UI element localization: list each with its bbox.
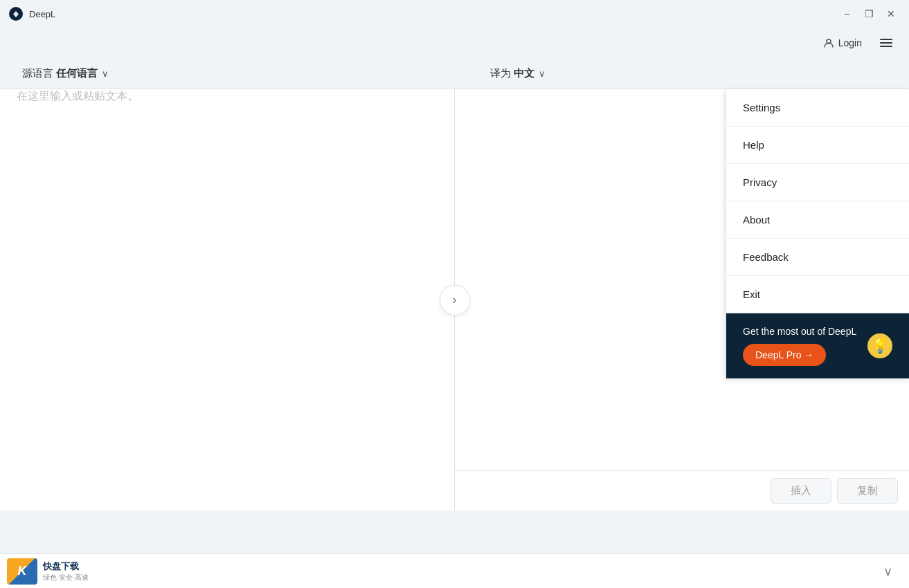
- watermark-tagline: 绿色·安全·高速: [43, 573, 89, 582]
- menu-item-help[interactable]: Help: [726, 127, 909, 164]
- window-controls: − ❐ ✕: [837, 4, 901, 24]
- target-lang-chevron-icon: ∨: [539, 68, 546, 79]
- source-lang-prefix: 源语言: [22, 67, 53, 80]
- maximize-button[interactable]: ❐: [859, 4, 879, 24]
- menu-item-settings-label: Settings: [743, 102, 780, 113]
- language-bar: 源语言 任何语言 ∨ 译为 中文 ∨: [0, 58, 909, 89]
- insert-button[interactable]: 插入: [771, 478, 831, 504]
- target-lang-name: 中文: [514, 67, 534, 80]
- target-lang-prefix: 译为: [490, 67, 511, 80]
- hamburger-line-3: [880, 46, 892, 47]
- menu-item-exit[interactable]: Exit: [726, 276, 909, 313]
- menu-item-about-label: About: [743, 214, 770, 226]
- minimize-button[interactable]: −: [837, 4, 856, 24]
- login-button[interactable]: Login: [816, 33, 869, 53]
- title-bar: DeepL − ❐ ✕: [0, 0, 909, 28]
- menu-item-feedback[interactable]: Feedback: [726, 239, 909, 276]
- menu-item-about[interactable]: About: [726, 201, 909, 239]
- source-panel: 在这里输入或粘贴文本。: [0, 89, 455, 511]
- copy-button[interactable]: 复制: [837, 478, 898, 504]
- login-label: Login: [838, 37, 862, 48]
- hamburger-line-1: [880, 39, 892, 40]
- deepl-pro-button[interactable]: DeepL Pro →: [743, 344, 826, 366]
- menu-item-feedback-label: Feedback: [743, 251, 789, 263]
- close-button[interactable]: ✕: [881, 4, 901, 24]
- menu-item-exit-label: Exit: [743, 288, 760, 300]
- hamburger-line-2: [880, 42, 892, 44]
- menu-item-help-label: Help: [743, 139, 764, 151]
- app-title: DeepL: [29, 9, 55, 19]
- deepl-logo-icon: [8, 6, 24, 21]
- translation-area: 在这里输入或粘贴文本。 › 插入 复制 Settings Help Privac…: [0, 89, 909, 511]
- watermark-site: 快盘下载: [43, 560, 89, 573]
- user-icon: [823, 37, 834, 48]
- source-placeholder: 在这里输入或粘贴文本。: [0, 89, 454, 109]
- target-language-selector[interactable]: 译为 中文 ∨: [485, 64, 551, 83]
- hamburger-menu-button[interactable]: [874, 35, 898, 51]
- watermark-k-logo: K: [7, 558, 37, 585]
- swap-languages-button[interactable]: ›: [440, 285, 470, 315]
- arrow-right-icon: ›: [453, 293, 457, 307]
- promo-icon: 💡: [867, 333, 892, 358]
- bottom-bar-chevron-icon[interactable]: ∨: [883, 564, 892, 579]
- panel-footer: 插入 复制: [455, 470, 909, 511]
- menu-item-settings[interactable]: Settings: [726, 89, 909, 127]
- app-window: DeepL − ❐ ✕ Login 源语言 任何语言 ∨: [0, 0, 909, 588]
- source-lang-chevron-icon: ∨: [102, 68, 109, 79]
- menu-item-privacy[interactable]: Privacy: [726, 164, 909, 201]
- menu-item-privacy-label: Privacy: [743, 176, 777, 188]
- promo-section: Get the most out of DeepL DeepL Pro → 💡: [726, 313, 909, 378]
- source-language-selector[interactable]: 源语言 任何语言 ∨: [17, 64, 114, 83]
- watermark-text-block: 快盘下载 绿色·安全·高速: [43, 560, 89, 582]
- promo-text: Get the most out of DeepL: [743, 326, 859, 337]
- title-bar-left: DeepL: [8, 6, 55, 21]
- dropdown-menu: Settings Help Privacy About Feedback Exi…: [726, 89, 909, 379]
- watermark-bar: K 快盘下载 绿色·安全·高速: [0, 553, 152, 588]
- source-lang-name: 任何语言: [56, 67, 98, 80]
- toolbar: Login: [0, 28, 909, 58]
